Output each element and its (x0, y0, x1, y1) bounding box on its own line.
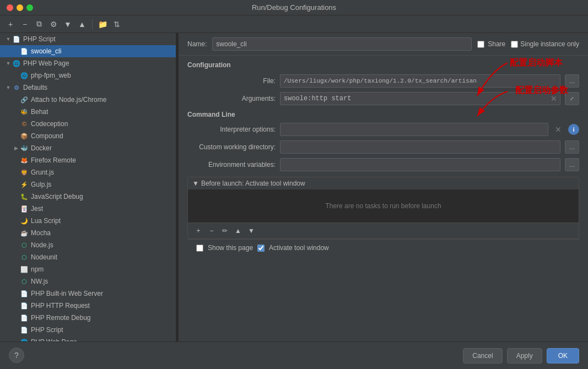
configuration-tree: ▼ 📄 PHP Script 📄 swoole_cli ▼ 🌐 PHP Web … (0, 33, 176, 341)
php-remote-label: PHP Remote Debug (31, 314, 176, 322)
no-arrow (12, 120, 20, 128)
working-dir-browse-button[interactable]: … (565, 140, 579, 154)
sort-button[interactable]: ⇅ (111, 18, 123, 30)
toolbar-separator (92, 19, 93, 29)
tree-item-nodeunit[interactable]: ⬡ Nodeunit (0, 251, 176, 263)
grunt-label: Grunt.js (31, 169, 176, 176)
tree-group-php-script[interactable]: ▼ 📄 PHP Script (0, 33, 176, 45)
configuration-title: Configuration (187, 61, 579, 69)
grunt-icon: 🦁 (20, 168, 29, 177)
lua-icon: 🌙 (20, 216, 29, 225)
tree-item-lua[interactable]: 🌙 Lua Script (0, 215, 176, 227)
tree-item-js-debug[interactable]: 🐛 JavaScript Debug (0, 191, 176, 203)
tree-item-codeception[interactable]: © Codeception (0, 118, 176, 130)
tree-item-nodejs[interactable]: ⬡ Node.js (0, 239, 176, 251)
jest-icon: 🃏 (20, 204, 29, 213)
tree-item-grunt[interactable]: 🦁 Grunt.js (0, 166, 176, 178)
no-arrow (12, 326, 20, 334)
file-label: File: (187, 77, 276, 85)
file-browse-button[interactable]: … (565, 74, 579, 88)
no-arrow (12, 205, 20, 213)
ok-button[interactable]: OK (547, 348, 579, 363)
name-input[interactable] (212, 37, 472, 51)
php-script-d-label: PHP Script (31, 326, 176, 334)
tree-item-php-fpm-web[interactable]: 🌐 php-fpm_web (0, 69, 176, 82)
tree-item-attach-node[interactable]: 🔗 Attach to Node.js/Chrome (0, 94, 176, 106)
env-vars-browse-button[interactable]: … (565, 158, 579, 171)
minimize-button[interactable] (17, 4, 23, 11)
expand-arrow-docker: ▶ (12, 144, 20, 152)
share-row: Share (477, 40, 505, 48)
close-button[interactable] (7, 4, 13, 11)
bl-down-button[interactable]: ▼ (245, 225, 257, 236)
settings-button[interactable]: ⚙ (47, 18, 60, 30)
before-launch-header[interactable]: ▼ Before launch: Activate tool window (188, 177, 579, 189)
tree-item-swoole-cli[interactable]: 📄 swoole_cli (0, 45, 176, 57)
php-http-label: PHP HTTP Request (31, 302, 176, 310)
before-launch-toolbar: + − ✏ ▲ ▼ (188, 223, 579, 238)
tree-item-php-remote[interactable]: 📄 PHP Remote Debug (0, 312, 176, 324)
tree-item-behat[interactable]: 🐝 Behat (0, 106, 176, 118)
show-page-checkbox[interactable] (196, 245, 203, 252)
arguments-expand-button[interactable]: ⤢ (565, 92, 579, 105)
expand-arrow: ▼ (4, 59, 12, 67)
expand-button[interactable]: ▼ (62, 18, 74, 30)
tree-item-nwjs[interactable]: ⬡ NW.js (0, 275, 176, 287)
tree-item-php-http[interactable]: 📄 PHP HTTP Request (0, 300, 176, 312)
remove-button[interactable]: − (19, 18, 31, 30)
title-bar: Run/Debug Configurations (0, 0, 588, 15)
env-vars-label: Environment variables: (187, 161, 276, 169)
firefox-label: Firefox Remote (31, 156, 176, 164)
arguments-input[interactable] (280, 92, 560, 105)
php-fpm-label: php-fpm_web (31, 72, 176, 79)
tree-item-npm[interactable]: ⬜ npm (0, 263, 176, 275)
php-http-icon: 📄 (20, 301, 29, 310)
apply-button[interactable]: Apply (507, 348, 542, 363)
tree-item-gulp[interactable]: ⚡ Gulp.js (0, 178, 176, 191)
tree-item-jest[interactable]: 🃏 Jest (0, 203, 176, 215)
tree-item-mocha[interactable]: ☕ Mocha (0, 227, 176, 239)
php-script-d-icon: 📄 (20, 325, 29, 334)
tree-item-php-builtin[interactable]: 📄 PHP Built-in Web Server (0, 287, 176, 300)
env-vars-input[interactable] (280, 158, 560, 171)
bl-edit-button[interactable]: ✏ (219, 225, 231, 236)
no-arrow (12, 72, 20, 79)
cancel-button[interactable]: Cancel (463, 348, 502, 363)
single-instance-row: Single instance only (511, 40, 579, 48)
window-controls (7, 4, 33, 11)
resize-handle[interactable] (176, 33, 179, 341)
tree-item-php-web-d[interactable]: 🌐 PHP Web Page (0, 336, 176, 341)
add-button[interactable]: + (4, 18, 17, 30)
help-button[interactable]: ? (9, 348, 24, 363)
codeception-label: Codeception (31, 120, 176, 128)
interpreter-input[interactable] (280, 123, 548, 136)
share-label: Share (488, 40, 505, 48)
tree-item-compound[interactable]: 📦 Compound (0, 130, 176, 142)
bl-remove-button[interactable]: − (206, 225, 218, 236)
activate-tool-window-checkbox[interactable] (257, 245, 265, 252)
share-checkbox[interactable] (477, 41, 484, 48)
tree-group-php-web[interactable]: ▼ 🌐 PHP Web Page (0, 57, 176, 69)
php-builtin-label: PHP Built-in Web Server (31, 290, 176, 297)
interpreter-info-button[interactable]: i (568, 124, 579, 135)
file-input[interactable] (280, 74, 560, 88)
php-fpm-icon: 🌐 (20, 71, 29, 80)
interpreter-clear-button[interactable]: ✕ (553, 124, 564, 135)
single-instance-checkbox[interactable] (511, 41, 518, 48)
bl-add-button[interactable]: + (192, 225, 204, 236)
nwjs-icon: ⬡ (20, 277, 29, 286)
collapse-button[interactable]: ▲ (76, 18, 88, 30)
tree-item-firefox[interactable]: 🦊 Firefox Remote (0, 154, 176, 166)
docker-icon: 🐳 (20, 144, 29, 153)
maximize-button[interactable] (26, 4, 33, 11)
working-dir-input[interactable] (280, 140, 560, 154)
tree-item-php-script-d[interactable]: 📄 PHP Script (0, 324, 176, 336)
tree-item-docker[interactable]: ▶ 🐳 Docker (0, 142, 176, 154)
folder-button[interactable]: 📁 (96, 18, 109, 30)
swoole-cli-icon: 📄 (20, 47, 29, 56)
tree-group-defaults[interactable]: ▼ ⚙ Defaults (0, 82, 176, 94)
arguments-clear-button[interactable]: ✕ (548, 93, 559, 104)
file-row: File: … (187, 74, 579, 88)
copy-button[interactable]: ⧉ (33, 18, 45, 30)
bl-up-button[interactable]: ▲ (232, 225, 244, 236)
